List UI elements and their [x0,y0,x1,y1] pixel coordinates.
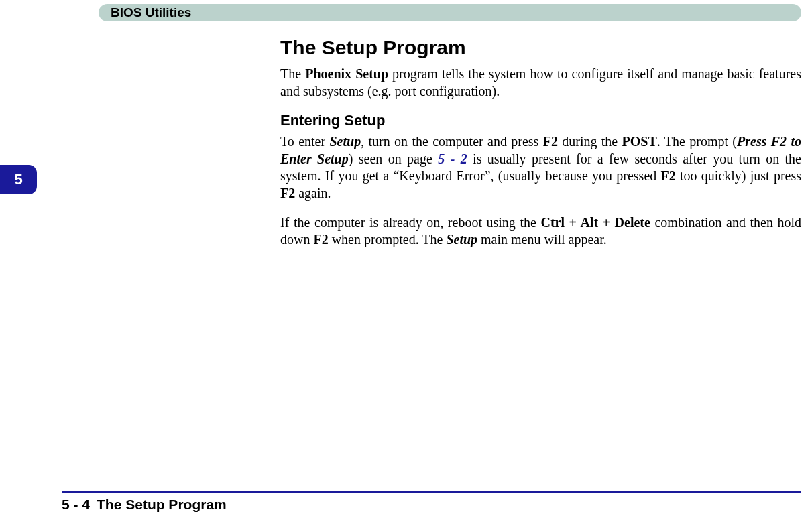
setup-term: Setup [446,232,477,247]
header-bar: BIOS Utilities [99,4,801,21]
setup-term: Setup [329,134,361,149]
text: when prompted. The [329,232,447,247]
page-reference[interactable]: 5 - 2 [438,151,467,166]
footer-page-number: 5 - 4 [62,497,90,513]
key-f2: F2 [543,134,558,149]
content-area: The Setup Program The Phoenix Setup prog… [280,36,801,261]
text: . The prompt ( [657,134,737,149]
text: The [280,66,305,81]
footer-divider [62,491,801,493]
text: ) seen on page [349,151,439,166]
footer: 5 - 4 The Setup Program [62,497,227,513]
paragraph-intro: The Phoenix Setup program tells the syst… [280,66,801,100]
key-f2: F2 [280,186,295,200]
paragraph-enter-setup: To enter Setup, turn on the computer and… [280,133,801,202]
footer-title: The Setup Program [97,497,227,513]
text: If the computer is already on, reboot us… [280,215,540,230]
text: main menu will appear. [477,232,607,247]
post-term: POST [622,134,657,149]
header-title: BIOS Utilities [111,5,191,20]
chapter-number: 5 [14,171,22,188]
paragraph-reboot: If the computer is already on, reboot us… [280,214,801,249]
subheading: Entering Setup [280,112,801,129]
program-name: Phoenix Setup [305,66,388,81]
key-f2: F2 [661,168,676,183]
text: again. [295,186,331,200]
text: during the [558,134,622,149]
text: To enter [280,134,329,149]
text: too quickly) just press [676,168,801,183]
key-combo: Ctrl + Alt + Delete [540,215,650,230]
page-title: The Setup Program [280,36,801,59]
chapter-tab: 5 [0,165,37,194]
text: , turn on the computer and press [361,134,543,149]
key-f2: F2 [313,232,328,247]
